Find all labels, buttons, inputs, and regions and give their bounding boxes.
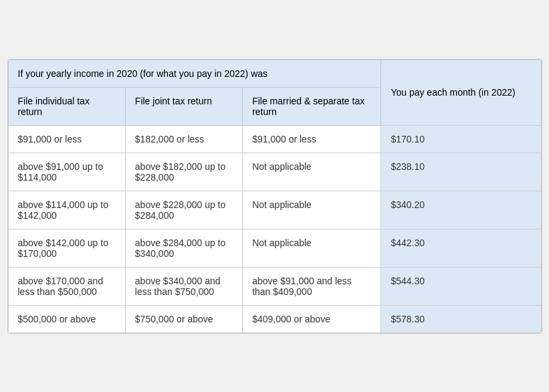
cell-joint: above $340,000 and less than $750,000 <box>125 267 242 305</box>
table-row: above $91,000 up to $114,000above $182,0… <box>8 153 541 191</box>
cell-joint: $182,000 or less <box>125 125 242 153</box>
income-table-wrapper: If your yearly income in 2020 (for what … <box>7 59 542 334</box>
cell-individual: above $142,000 up to $170,000 <box>8 229 125 267</box>
table-row: $91,000 or less$182,000 or less$91,000 o… <box>8 125 541 153</box>
cell-pay: $578.30 <box>381 305 541 332</box>
cell-joint: $750,000 or above <box>125 305 242 332</box>
cell-joint: above $284,000 up to $340,000 <box>125 229 242 267</box>
income-table: If your yearly income in 2020 (for what … <box>8 60 542 333</box>
cell-pay: $170.10 <box>381 125 541 153</box>
pay-header-cell: You pay each month (in 2022) <box>381 60 541 125</box>
cell-individual: above $170,000 and less than $500,000 <box>8 267 125 305</box>
table-row: above $170,000 and less than $500,000abo… <box>8 267 541 305</box>
table-row: above $142,000 up to $170,000above $284,… <box>8 229 541 267</box>
col-joint-header: File joint tax return <box>125 87 242 125</box>
cell-individual: above $114,000 up to $142,000 <box>8 191 125 229</box>
cell-separate: Not applicable <box>243 229 381 267</box>
col-separate-header: File married & separate tax return <box>243 87 381 125</box>
table-row: $500,000 or above$750,000 or above$409,0… <box>8 305 541 332</box>
table-row: above $114,000 up to $142,000above $228,… <box>8 191 541 229</box>
cell-joint: above $228,000 up to $284,000 <box>125 191 242 229</box>
cell-separate: Not applicable <box>243 153 381 191</box>
cell-individual: above $91,000 up to $114,000 <box>8 153 125 191</box>
cell-individual: $500,000 or above <box>8 305 125 332</box>
cell-pay: $238.10 <box>381 153 541 191</box>
cell-separate: Not applicable <box>243 191 381 229</box>
col-individual-header: File individual tax return <box>8 87 125 125</box>
cell-joint: above $182,000 up to $228,000 <box>125 153 242 191</box>
cell-pay: $544.30 <box>381 267 541 305</box>
cell-individual: $91,000 or less <box>8 125 125 153</box>
cell-separate: above $91,000 and less than $409,000 <box>243 267 381 305</box>
table-body: $91,000 or less$182,000 or less$91,000 o… <box>8 125 541 332</box>
cell-pay: $442.30 <box>381 229 541 267</box>
cell-separate: $409,000 or above <box>243 305 381 332</box>
cell-separate: $91,000 or less <box>243 125 381 153</box>
top-header-cell: If your yearly income in 2020 (for what … <box>8 60 381 87</box>
header-top-row: If your yearly income in 2020 (for what … <box>8 60 541 87</box>
cell-pay: $340.20 <box>381 191 541 229</box>
